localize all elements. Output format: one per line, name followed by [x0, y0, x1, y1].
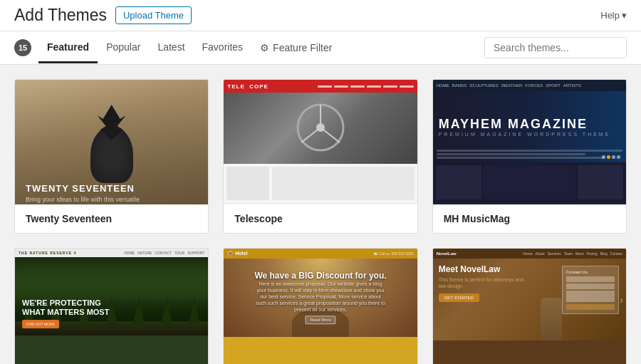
mm-text-1	[437, 150, 622, 152]
nl-contact-form: Contact Us	[562, 266, 619, 314]
gear-icon: ⚙	[260, 42, 269, 53]
mm-text-3	[437, 157, 604, 159]
mm-text-block	[437, 148, 622, 160]
nature-nav-home: HOME	[124, 251, 135, 255]
mm-dot-4	[617, 155, 620, 159]
svg-line-3	[301, 128, 320, 142]
nav-bar-2	[334, 85, 348, 88]
mm-dot-3	[612, 155, 615, 159]
hotel-text-overlay: We have a BIG Discount for you. Here is …	[254, 271, 386, 324]
theme-card-hotel[interactable]: 🏨 Hotel ☎ Call us: 555-555-5555 We have …	[223, 248, 417, 364]
theme-card-nature[interactable]: THE NATURE RESERVE 4 HOME NATURE CONTACT…	[14, 248, 209, 364]
nature-logo: THE NATURE RESERVE 4	[19, 251, 76, 255]
nl-chevron-icon: ›	[620, 294, 623, 306]
header-left: Add Themes Upload Theme	[14, 6, 192, 25]
nl-cta-button: GET STARTED	[439, 293, 479, 302]
mm-card-1	[436, 165, 481, 199]
nl-logo: NovelLaw	[437, 251, 457, 256]
nature-cta-button: FIND OUT MORE	[22, 320, 59, 328]
feature-filter-button[interactable]: ⚙ Feature Filter	[251, 33, 340, 62]
hotel-contact: ☎ Call us: 555-555-5555	[373, 251, 414, 256]
theme-site-subtitle: Bring your ideas to life with this versa…	[26, 196, 140, 203]
nature-topbar: THE NATURE RESERVE 4 HOME NATURE CONTACT…	[15, 249, 208, 257]
theme-name-musicmag: MH MusicMag	[433, 204, 626, 233]
search-area	[484, 31, 627, 64]
nl-nav-about: About	[536, 251, 545, 256]
nl-header: NovelLaw Home About Services Team More P…	[433, 249, 626, 259]
mm-nav-weather: WEATHER	[501, 83, 523, 88]
hotel-hero: We have a BIG Discount for you. Here is …	[224, 259, 417, 337]
nl-form-email	[566, 284, 615, 289]
nature-tree-7	[189, 296, 200, 325]
nav-bar-6	[400, 85, 414, 88]
nl-form-submit	[566, 304, 615, 310]
nature-nav-nature: NATURE	[137, 251, 152, 255]
mercedes-logo	[296, 103, 345, 152]
theme-card-twenty-seventeen[interactable]: TWENTY SEVENTEEN Bring your ideas to lif…	[14, 79, 209, 234]
mm-magazine-subtitle: PREMIUM MAGAZINE WORDPRESS THEME	[439, 132, 611, 137]
theme-preview-twentyseventeen: TWENTY SEVENTEEN Bring your ideas to lif…	[15, 80, 208, 204]
tab-latest[interactable]: Latest	[149, 33, 193, 63]
tele-nav	[318, 85, 414, 88]
tab-favorites[interactable]: Favorites	[194, 33, 252, 63]
mm-content-row	[433, 162, 626, 202]
nl-form-name	[566, 276, 615, 282]
theme-preview-musicmag: HOME BANDS SCULPTURES WEATHER FORCES SPO…	[433, 80, 626, 204]
theme-preview-nature: THE NATURE RESERVE 4 HOME NATURE CONTACT…	[15, 249, 208, 364]
search-input[interactable]	[484, 37, 627, 58]
theme-card-musicmag[interactable]: HOME BANDS SCULPTURES WEATHER FORCES SPO…	[432, 79, 627, 234]
nl-nav-home: Home	[523, 251, 532, 256]
tele-logo: TELESCOPE	[227, 83, 268, 90]
nl-nav-blog: Blog	[600, 251, 608, 256]
theme-preview-telescope: TELESCOPE	[224, 80, 417, 204]
tab-featured[interactable]: Featured	[38, 33, 98, 63]
feature-filter-label: Feature Filter	[273, 42, 332, 53]
mm-nav-artists: ARTISTS	[563, 83, 581, 88]
mm-header: HOME BANDS SCULPTURES WEATHER FORCES SPO…	[433, 80, 626, 91]
svg-line-4	[320, 128, 340, 142]
nav-bar-1	[318, 85, 332, 88]
theme-preview-novellaw: NovelLaw Home About Services Team More P…	[433, 249, 626, 364]
mm-dot-active	[607, 155, 610, 159]
nl-nav-more: More	[575, 251, 583, 256]
nav-bar-3	[350, 85, 365, 88]
chevron-down-icon: ▾	[622, 10, 627, 21]
mm-magazine-title: MAYHEM MAGAZINE	[439, 118, 588, 130]
nl-person-image	[541, 298, 562, 340]
theme-site-title: TWENTY SEVENTEEN	[26, 183, 135, 194]
nl-form-message	[566, 291, 615, 302]
nl-desc-text: This theme is perfect for attorneys and …	[439, 276, 524, 289]
theme-card-novellaw[interactable]: NovelLaw Home About Services Team More P…	[432, 248, 627, 364]
nature-tree-5	[133, 296, 145, 325]
mm-card-3	[578, 165, 623, 199]
mm-card-main	[484, 165, 575, 199]
theme-count-badge: 15	[14, 39, 31, 56]
page-header: Add Themes Upload Theme Help ▾	[0, 0, 641, 31]
nl-nav-services: Services	[548, 251, 561, 256]
nl-form-title: Contact Us	[566, 270, 615, 274]
help-button[interactable]: Help ▾	[600, 10, 627, 21]
nav-bar: 15 Featured Popular Latest Favorites ⚙ F…	[0, 31, 641, 65]
theme-name-twentyseventeen: Twenty Seventeen	[15, 204, 208, 233]
theme-card-telescope[interactable]: TELESCOPE	[223, 79, 417, 234]
nature-hero: WE'RE PROTECTINGWHAT MATTERS MOST FIND O…	[15, 257, 208, 336]
hotel-logo: 🏨 Hotel	[227, 251, 247, 256]
mm-nav-bands: BANDS	[452, 83, 467, 88]
mm-text-2	[437, 153, 585, 155]
upload-theme-button[interactable]: Upload Theme	[115, 6, 192, 24]
tele-header: TELESCOPE	[224, 80, 417, 93]
hotel-cta-btn: Read More	[305, 316, 336, 325]
nature-nav-tour: TOUR	[174, 251, 184, 255]
plant-decoration	[90, 126, 133, 183]
tab-popular[interactable]: Popular	[98, 33, 149, 63]
nature-nav-support: SUPPORT	[187, 251, 204, 255]
nl-nav-pricing: Pricing	[586, 251, 597, 256]
hotel-big-text: We have a BIG Discount for you.	[254, 271, 386, 281]
mm-dot-1	[602, 155, 605, 159]
nav-bar-5	[383, 85, 397, 88]
mm-nav-sculptures: SCULPTURES	[469, 83, 498, 88]
help-label: Help	[600, 10, 620, 21]
nl-nav-items: Home About Services Team More Pricing Bl…	[523, 251, 622, 256]
nature-big-text: WE'RE PROTECTINGWHAT MATTERS MOST	[22, 298, 109, 317]
mm-nav-sport: SPORT	[546, 83, 561, 88]
